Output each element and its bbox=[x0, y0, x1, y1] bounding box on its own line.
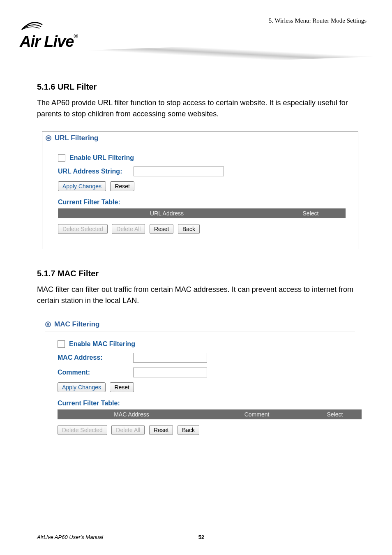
logo: Air Live® bbox=[20, 21, 78, 51]
col-mac-address: MAC Address bbox=[58, 409, 205, 419]
enable-url-label: Enable URL Filtering bbox=[69, 154, 134, 162]
mac-filter-table: MAC Address Comment Select bbox=[58, 409, 362, 419]
target-icon bbox=[45, 321, 51, 327]
back-button[interactable]: Back bbox=[178, 425, 199, 435]
delete-all-button[interactable]: Delete All bbox=[111, 425, 145, 435]
url-address-label: URL Address String: bbox=[58, 168, 128, 175]
url-table-title: Current Filter Table: bbox=[58, 199, 347, 206]
enable-mac-checkbox[interactable] bbox=[58, 340, 65, 348]
url-filter-table: URL Address Select bbox=[58, 208, 346, 218]
comment-input[interactable] bbox=[133, 368, 207, 377]
enable-mac-label: Enable MAC Filtering bbox=[69, 340, 135, 348]
logo-text: Air Live® bbox=[20, 33, 78, 51]
comment-label: Comment: bbox=[58, 369, 127, 376]
enable-url-checkbox[interactable] bbox=[58, 154, 65, 162]
delete-all-button[interactable]: Delete All bbox=[112, 224, 145, 234]
url-filter-panel: URL Filtering Enable URL Filtering URL A… bbox=[42, 131, 358, 249]
footer-page-number: 52 bbox=[198, 534, 204, 540]
reset-button[interactable]: Reset bbox=[149, 425, 173, 435]
mac-address-label: MAC Address: bbox=[58, 354, 127, 361]
mac-table-title: Current Filter Table: bbox=[58, 400, 348, 407]
url-address-input[interactable] bbox=[134, 166, 224, 176]
mac-filter-panel: MAC Filtering Enable MAC Filtering MAC A… bbox=[42, 318, 358, 450]
footer: AirLive AP60 User's Manual 52 bbox=[37, 534, 366, 540]
target-icon bbox=[46, 135, 51, 141]
mac-filter-heading: 5.1.7 MAC Filter bbox=[37, 269, 366, 278]
mac-panel-title: MAC Filtering bbox=[54, 320, 100, 328]
url-filter-paragraph: The AP60 provide URL filter function to … bbox=[37, 97, 366, 120]
mac-address-input[interactable] bbox=[133, 353, 207, 363]
chapter-header: 5. Wirless Menu: Router Mode Settings bbox=[269, 17, 367, 24]
apply-changes-button[interactable]: Apply Changes bbox=[58, 382, 106, 392]
apply-changes-button[interactable]: Apply Changes bbox=[58, 181, 106, 191]
back-button[interactable]: Back bbox=[178, 224, 200, 234]
url-filter-heading: 5.1.6 URL Filter bbox=[37, 82, 366, 92]
mac-filter-paragraph: MAC filter can filter out traffic from c… bbox=[37, 284, 366, 306]
col-select: Select bbox=[308, 409, 362, 419]
col-comment: Comment bbox=[205, 409, 308, 419]
delete-selected-button[interactable]: Delete Selected bbox=[58, 425, 107, 435]
col-url-address: URL Address bbox=[58, 208, 276, 218]
url-panel-title: URL Filtering bbox=[55, 134, 98, 142]
header-gradient bbox=[70, 39, 392, 67]
reset-button[interactable]: Reset bbox=[150, 224, 174, 234]
col-select: Select bbox=[276, 208, 346, 218]
reset-button[interactable]: Reset bbox=[110, 181, 134, 191]
logo-swirl-icon bbox=[20, 21, 44, 31]
delete-selected-button[interactable]: Delete Selected bbox=[58, 224, 108, 234]
reset-button[interactable]: Reset bbox=[110, 382, 134, 392]
footer-manual-title: AirLive AP60 User's Manual bbox=[37, 534, 103, 540]
